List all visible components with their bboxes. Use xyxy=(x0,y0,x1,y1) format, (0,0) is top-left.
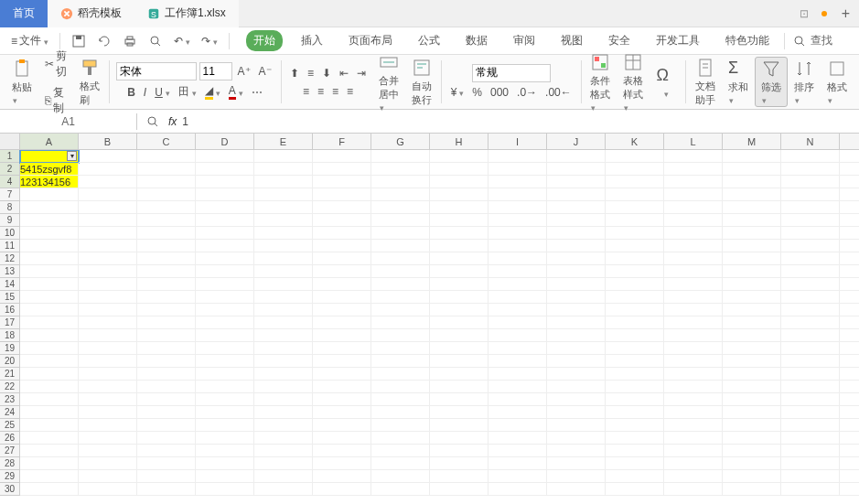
cell[interactable] xyxy=(20,240,79,252)
sum-button[interactable]: Σ 求和 xyxy=(725,57,751,107)
cell[interactable] xyxy=(20,406,79,419)
menu-insert[interactable]: 插入 xyxy=(294,30,330,51)
cell[interactable] xyxy=(254,214,313,227)
col-header-E[interactable]: E xyxy=(254,134,313,150)
cell[interactable] xyxy=(723,188,781,201)
underline-button[interactable]: U xyxy=(152,84,173,101)
cell[interactable] xyxy=(371,406,430,419)
cell[interactable] xyxy=(547,291,606,304)
cell[interactable] xyxy=(254,265,313,278)
dec-decimal-button[interactable]: .00← xyxy=(542,84,574,101)
menu-start[interactable]: 开始 xyxy=(246,30,283,51)
cell[interactable] xyxy=(137,329,196,342)
cell[interactable] xyxy=(371,368,430,381)
cell[interactable] xyxy=(137,457,196,470)
cell[interactable] xyxy=(723,227,781,240)
cell[interactable] xyxy=(489,470,547,483)
row-header[interactable]: 24 xyxy=(0,406,20,419)
cell[interactable] xyxy=(664,252,723,265)
cell[interactable] xyxy=(196,214,254,227)
font-name-select[interactable] xyxy=(116,62,197,80)
cell[interactable] xyxy=(254,406,313,419)
cell[interactable] xyxy=(430,201,489,214)
cell[interactable] xyxy=(840,201,859,214)
cell[interactable] xyxy=(430,355,489,368)
cell[interactable] xyxy=(489,483,547,496)
cell[interactable] xyxy=(430,240,489,252)
cell[interactable] xyxy=(313,252,371,265)
cell[interactable] xyxy=(371,188,430,201)
cell[interactable] xyxy=(489,265,547,278)
menu-dev[interactable]: 开发工具 xyxy=(649,30,707,51)
cell[interactable] xyxy=(20,355,79,368)
cell[interactable] xyxy=(430,329,489,342)
border-button[interactable]: 田 xyxy=(176,82,199,102)
cell[interactable] xyxy=(489,252,547,265)
menu-review[interactable]: 审阅 xyxy=(506,30,542,51)
cell[interactable] xyxy=(664,265,723,278)
save-button[interactable] xyxy=(68,32,90,50)
cell[interactable] xyxy=(664,483,723,496)
cell[interactable]: 123134156 xyxy=(20,176,79,188)
cell[interactable] xyxy=(606,432,664,445)
row-header[interactable]: 9 xyxy=(0,214,20,227)
cell[interactable] xyxy=(430,265,489,278)
cell[interactable] xyxy=(254,252,313,265)
cell[interactable] xyxy=(781,150,840,163)
cell[interactable] xyxy=(137,304,196,316)
cell[interactable] xyxy=(313,291,371,304)
cell[interactable] xyxy=(723,406,781,419)
cell[interactable] xyxy=(547,342,606,355)
cell[interactable] xyxy=(664,163,723,176)
row-header[interactable]: 26 xyxy=(0,432,20,445)
cell[interactable] xyxy=(20,432,79,445)
cell[interactable] xyxy=(79,329,137,342)
align-justify-button[interactable]: ≡ xyxy=(344,83,356,100)
cell[interactable] xyxy=(254,291,313,304)
col-header-O[interactable]: O xyxy=(840,134,859,150)
row-header[interactable]: 28 xyxy=(0,457,20,470)
cell[interactable] xyxy=(371,227,430,240)
cell[interactable] xyxy=(254,176,313,188)
cell[interactable] xyxy=(840,163,859,176)
cell[interactable] xyxy=(723,214,781,227)
tab-template[interactable]: 稻壳模板 xyxy=(48,0,134,27)
cell[interactable] xyxy=(489,381,547,393)
cell[interactable] xyxy=(79,227,137,240)
cell[interactable] xyxy=(723,265,781,278)
cell[interactable] xyxy=(79,381,137,393)
cell[interactable] xyxy=(371,252,430,265)
col-header-A[interactable]: A xyxy=(20,134,79,150)
cell[interactable] xyxy=(664,368,723,381)
cell[interactable] xyxy=(606,227,664,240)
cell[interactable] xyxy=(20,188,79,201)
cell[interactable] xyxy=(547,368,606,381)
cell[interactable] xyxy=(489,445,547,457)
cell[interactable] xyxy=(196,240,254,252)
cell[interactable] xyxy=(196,188,254,201)
cell[interactable] xyxy=(79,393,137,406)
cell[interactable] xyxy=(606,304,664,316)
cell[interactable] xyxy=(371,176,430,188)
cell[interactable] xyxy=(489,368,547,381)
row-header[interactable]: 20 xyxy=(0,355,20,368)
cell[interactable] xyxy=(313,393,371,406)
cell[interactable] xyxy=(606,393,664,406)
cell[interactable] xyxy=(606,406,664,419)
cell[interactable] xyxy=(664,445,723,457)
cell[interactable] xyxy=(137,316,196,329)
col-header-G[interactable]: G xyxy=(371,134,430,150)
cell[interactable] xyxy=(430,227,489,240)
cell[interactable] xyxy=(723,457,781,470)
preview-button[interactable] xyxy=(145,32,166,50)
cell[interactable] xyxy=(79,419,137,432)
cell[interactable] xyxy=(313,445,371,457)
cell[interactable] xyxy=(79,278,137,291)
cell[interactable] xyxy=(254,393,313,406)
cell[interactable] xyxy=(489,406,547,419)
cell[interactable] xyxy=(371,240,430,252)
cell[interactable] xyxy=(313,406,371,419)
cell[interactable] xyxy=(840,393,859,406)
cell[interactable] xyxy=(79,265,137,278)
cell[interactable] xyxy=(606,316,664,329)
